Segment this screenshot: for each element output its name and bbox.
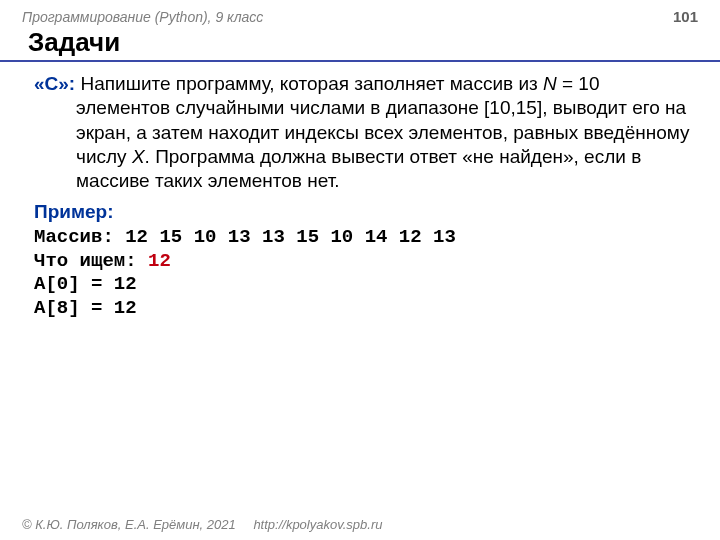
search-prefix: Что ищем: (34, 250, 148, 272)
var-x: X (132, 146, 145, 167)
slide-footer: © К.Ю. Поляков, Е.А. Ерёмин, 2021 http:/… (22, 517, 382, 532)
example-label: Пример: (34, 200, 690, 224)
page-number: 101 (673, 8, 698, 25)
example-array: Массив: 12 15 10 13 13 15 10 14 12 13 (34, 226, 690, 250)
slide-content: «C»: Напишите программу, которая заполня… (0, 72, 720, 321)
footer-url: http://kpolyakov.spb.ru (253, 517, 382, 532)
var-n: N (543, 73, 557, 94)
example-result-2: A[8] = 12 (34, 297, 690, 321)
task-description: «C»: Напишите программу, которая заполня… (34, 72, 690, 194)
search-value: 12 (148, 250, 171, 272)
example-search: Что ищем: 12 (34, 250, 690, 274)
page-title: Задачи (0, 25, 720, 62)
example-result-1: A[0] = 12 (34, 273, 690, 297)
copyright: © К.Ю. Поляков, Е.А. Ерёмин, 2021 (22, 517, 236, 532)
task-label: «C»: (34, 73, 75, 94)
course-name: Программирование (Python), 9 класс (22, 9, 263, 25)
task-text-3: . Программа должна вывести ответ «не най… (76, 146, 641, 191)
slide-header: Программирование (Python), 9 класс 101 (0, 0, 720, 25)
task-text-1: Напишите программу, которая заполняет ма… (75, 73, 543, 94)
